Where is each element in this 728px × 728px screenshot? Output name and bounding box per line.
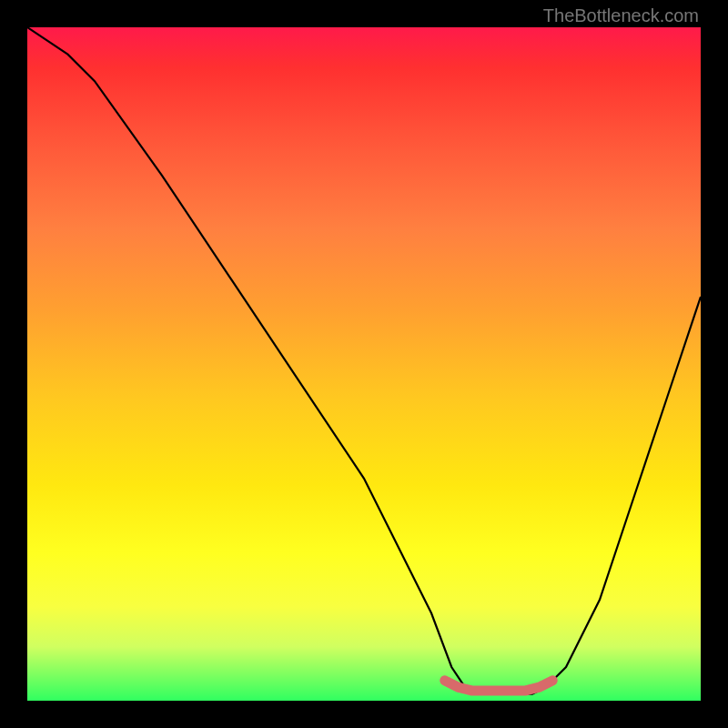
- plot-area: [27, 27, 701, 701]
- bottleneck-curve-path: [27, 27, 701, 694]
- curve-svg: [27, 27, 701, 701]
- attribution-text: TheBottleneck.com: [543, 5, 699, 26]
- chart-container: TheBottleneck.com: [0, 0, 728, 728]
